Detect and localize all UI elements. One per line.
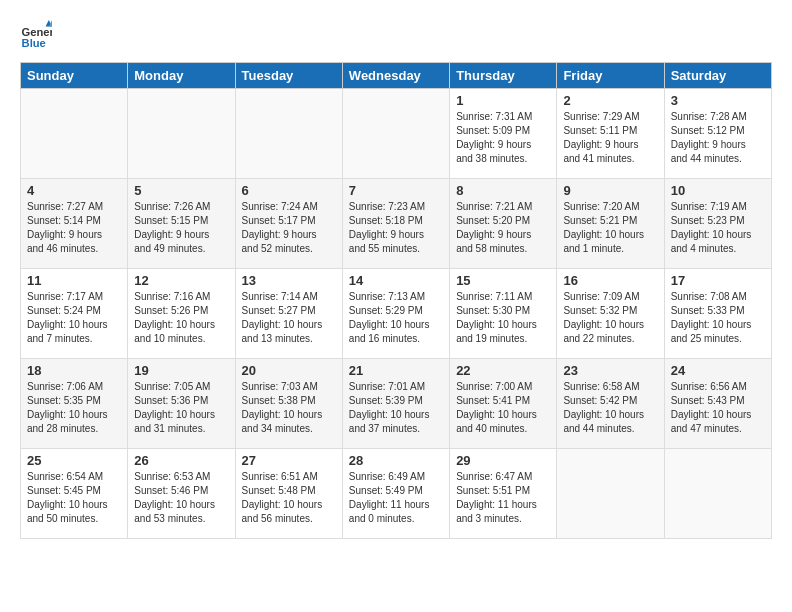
calendar-cell: 6Sunrise: 7:24 AM Sunset: 5:17 PM Daylig… <box>235 179 342 269</box>
day-info: Sunrise: 7:09 AM Sunset: 5:32 PM Dayligh… <box>563 290 657 346</box>
day-info: Sunrise: 7:23 AM Sunset: 5:18 PM Dayligh… <box>349 200 443 256</box>
day-info: Sunrise: 6:49 AM Sunset: 5:49 PM Dayligh… <box>349 470 443 526</box>
column-header-sunday: Sunday <box>21 63 128 89</box>
day-number: 6 <box>242 183 336 198</box>
svg-text:Blue: Blue <box>22 37 46 49</box>
calendar-week-row: 25Sunrise: 6:54 AM Sunset: 5:45 PM Dayli… <box>21 449 772 539</box>
calendar-cell: 8Sunrise: 7:21 AM Sunset: 5:20 PM Daylig… <box>450 179 557 269</box>
column-header-tuesday: Tuesday <box>235 63 342 89</box>
day-info: Sunrise: 7:17 AM Sunset: 5:24 PM Dayligh… <box>27 290 121 346</box>
column-header-saturday: Saturday <box>664 63 771 89</box>
day-info: Sunrise: 7:13 AM Sunset: 5:29 PM Dayligh… <box>349 290 443 346</box>
day-info: Sunrise: 6:56 AM Sunset: 5:43 PM Dayligh… <box>671 380 765 436</box>
day-number: 26 <box>134 453 228 468</box>
day-number: 19 <box>134 363 228 378</box>
day-info: Sunrise: 7:28 AM Sunset: 5:12 PM Dayligh… <box>671 110 765 166</box>
calendar-cell: 18Sunrise: 7:06 AM Sunset: 5:35 PM Dayli… <box>21 359 128 449</box>
calendar-cell: 10Sunrise: 7:19 AM Sunset: 5:23 PM Dayli… <box>664 179 771 269</box>
calendar-cell <box>21 89 128 179</box>
calendar-cell: 22Sunrise: 7:00 AM Sunset: 5:41 PM Dayli… <box>450 359 557 449</box>
day-number: 21 <box>349 363 443 378</box>
day-number: 15 <box>456 273 550 288</box>
day-number: 13 <box>242 273 336 288</box>
day-info: Sunrise: 7:01 AM Sunset: 5:39 PM Dayligh… <box>349 380 443 436</box>
day-info: Sunrise: 7:29 AM Sunset: 5:11 PM Dayligh… <box>563 110 657 166</box>
calendar-cell <box>342 89 449 179</box>
calendar-cell <box>557 449 664 539</box>
day-info: Sunrise: 7:11 AM Sunset: 5:30 PM Dayligh… <box>456 290 550 346</box>
calendar-cell: 20Sunrise: 7:03 AM Sunset: 5:38 PM Dayli… <box>235 359 342 449</box>
day-number: 27 <box>242 453 336 468</box>
day-info: Sunrise: 7:03 AM Sunset: 5:38 PM Dayligh… <box>242 380 336 436</box>
calendar-cell: 9Sunrise: 7:20 AM Sunset: 5:21 PM Daylig… <box>557 179 664 269</box>
calendar-header-row: SundayMondayTuesdayWednesdayThursdayFrid… <box>21 63 772 89</box>
column-header-friday: Friday <box>557 63 664 89</box>
column-header-thursday: Thursday <box>450 63 557 89</box>
day-info: Sunrise: 7:05 AM Sunset: 5:36 PM Dayligh… <box>134 380 228 436</box>
day-number: 17 <box>671 273 765 288</box>
column-header-wednesday: Wednesday <box>342 63 449 89</box>
calendar-cell: 11Sunrise: 7:17 AM Sunset: 5:24 PM Dayli… <box>21 269 128 359</box>
day-info: Sunrise: 7:26 AM Sunset: 5:15 PM Dayligh… <box>134 200 228 256</box>
day-info: Sunrise: 7:00 AM Sunset: 5:41 PM Dayligh… <box>456 380 550 436</box>
calendar-cell <box>235 89 342 179</box>
calendar-cell: 28Sunrise: 6:49 AM Sunset: 5:49 PM Dayli… <box>342 449 449 539</box>
calendar-week-row: 1Sunrise: 7:31 AM Sunset: 5:09 PM Daylig… <box>21 89 772 179</box>
calendar-cell: 27Sunrise: 6:51 AM Sunset: 5:48 PM Dayli… <box>235 449 342 539</box>
day-info: Sunrise: 6:54 AM Sunset: 5:45 PM Dayligh… <box>27 470 121 526</box>
calendar-cell: 21Sunrise: 7:01 AM Sunset: 5:39 PM Dayli… <box>342 359 449 449</box>
calendar-cell: 12Sunrise: 7:16 AM Sunset: 5:26 PM Dayli… <box>128 269 235 359</box>
day-number: 29 <box>456 453 550 468</box>
calendar-cell: 29Sunrise: 6:47 AM Sunset: 5:51 PM Dayli… <box>450 449 557 539</box>
column-header-monday: Monday <box>128 63 235 89</box>
calendar-cell: 23Sunrise: 6:58 AM Sunset: 5:42 PM Dayli… <box>557 359 664 449</box>
day-number: 18 <box>27 363 121 378</box>
calendar-cell: 2Sunrise: 7:29 AM Sunset: 5:11 PM Daylig… <box>557 89 664 179</box>
logo: General Blue <box>20 20 56 52</box>
day-info: Sunrise: 7:20 AM Sunset: 5:21 PM Dayligh… <box>563 200 657 256</box>
day-number: 11 <box>27 273 121 288</box>
day-number: 23 <box>563 363 657 378</box>
calendar-cell: 5Sunrise: 7:26 AM Sunset: 5:15 PM Daylig… <box>128 179 235 269</box>
calendar-week-row: 4Sunrise: 7:27 AM Sunset: 5:14 PM Daylig… <box>21 179 772 269</box>
day-info: Sunrise: 7:21 AM Sunset: 5:20 PM Dayligh… <box>456 200 550 256</box>
day-info: Sunrise: 7:24 AM Sunset: 5:17 PM Dayligh… <box>242 200 336 256</box>
day-number: 25 <box>27 453 121 468</box>
day-info: Sunrise: 6:53 AM Sunset: 5:46 PM Dayligh… <box>134 470 228 526</box>
day-info: Sunrise: 7:08 AM Sunset: 5:33 PM Dayligh… <box>671 290 765 346</box>
calendar-cell: 19Sunrise: 7:05 AM Sunset: 5:36 PM Dayli… <box>128 359 235 449</box>
calendar-cell: 7Sunrise: 7:23 AM Sunset: 5:18 PM Daylig… <box>342 179 449 269</box>
day-number: 9 <box>563 183 657 198</box>
calendar-cell: 14Sunrise: 7:13 AM Sunset: 5:29 PM Dayli… <box>342 269 449 359</box>
day-info: Sunrise: 7:16 AM Sunset: 5:26 PM Dayligh… <box>134 290 228 346</box>
day-info: Sunrise: 6:51 AM Sunset: 5:48 PM Dayligh… <box>242 470 336 526</box>
calendar-cell: 25Sunrise: 6:54 AM Sunset: 5:45 PM Dayli… <box>21 449 128 539</box>
calendar-cell <box>664 449 771 539</box>
calendar-cell: 1Sunrise: 7:31 AM Sunset: 5:09 PM Daylig… <box>450 89 557 179</box>
calendar-cell: 15Sunrise: 7:11 AM Sunset: 5:30 PM Dayli… <box>450 269 557 359</box>
calendar-cell: 16Sunrise: 7:09 AM Sunset: 5:32 PM Dayli… <box>557 269 664 359</box>
day-info: Sunrise: 7:27 AM Sunset: 5:14 PM Dayligh… <box>27 200 121 256</box>
day-number: 4 <box>27 183 121 198</box>
day-number: 8 <box>456 183 550 198</box>
day-number: 10 <box>671 183 765 198</box>
calendar-cell: 4Sunrise: 7:27 AM Sunset: 5:14 PM Daylig… <box>21 179 128 269</box>
day-number: 2 <box>563 93 657 108</box>
day-info: Sunrise: 6:58 AM Sunset: 5:42 PM Dayligh… <box>563 380 657 436</box>
day-number: 28 <box>349 453 443 468</box>
day-info: Sunrise: 6:47 AM Sunset: 5:51 PM Dayligh… <box>456 470 550 526</box>
day-info: Sunrise: 7:31 AM Sunset: 5:09 PM Dayligh… <box>456 110 550 166</box>
calendar-week-row: 18Sunrise: 7:06 AM Sunset: 5:35 PM Dayli… <box>21 359 772 449</box>
day-number: 24 <box>671 363 765 378</box>
calendar-cell <box>128 89 235 179</box>
day-number: 16 <box>563 273 657 288</box>
calendar-cell: 24Sunrise: 6:56 AM Sunset: 5:43 PM Dayli… <box>664 359 771 449</box>
calendar-cell: 3Sunrise: 7:28 AM Sunset: 5:12 PM Daylig… <box>664 89 771 179</box>
calendar-table: SundayMondayTuesdayWednesdayThursdayFrid… <box>20 62 772 539</box>
calendar-cell: 13Sunrise: 7:14 AM Sunset: 5:27 PM Dayli… <box>235 269 342 359</box>
day-info: Sunrise: 7:19 AM Sunset: 5:23 PM Dayligh… <box>671 200 765 256</box>
day-number: 20 <box>242 363 336 378</box>
day-number: 22 <box>456 363 550 378</box>
day-number: 7 <box>349 183 443 198</box>
day-number: 1 <box>456 93 550 108</box>
